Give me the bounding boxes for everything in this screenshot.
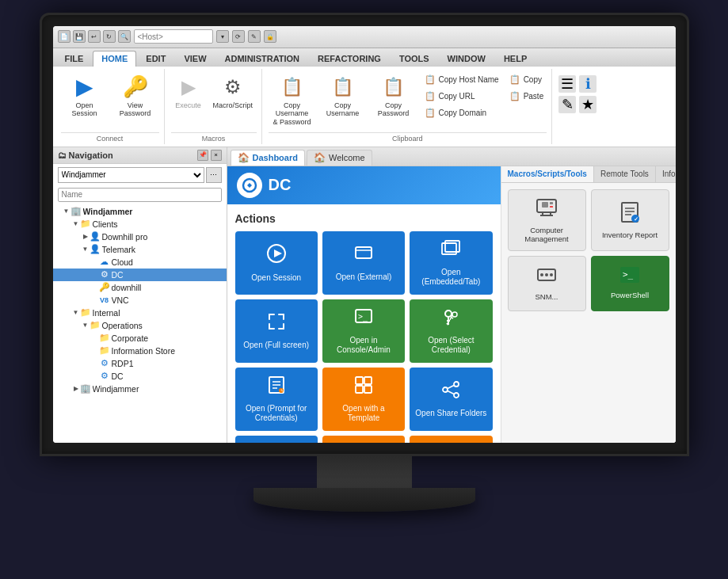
nav-dropdown-btn[interactable]: ⋯ — [206, 167, 222, 183]
svg-line-28 — [448, 385, 454, 388]
tree-item-vnc[interactable]: ▶ V8 VNC — [53, 294, 227, 307]
svg-rect-21 — [356, 377, 363, 384]
action-open-share-folders[interactable]: Open Share Folders — [410, 368, 492, 431]
icon-edit2[interactable]: ✎ — [558, 96, 576, 113]
tab-window[interactable]: WINDOW — [439, 51, 494, 66]
nav-search-input[interactable] — [58, 188, 222, 202]
view-password-label: View Password — [116, 101, 155, 119]
copy-domain-button[interactable]: 📋 Copy Domain — [421, 105, 502, 121]
tab-tools[interactable]: TOOLS — [391, 51, 438, 66]
right-tab-remote-tools[interactable]: Remote Tools — [594, 166, 656, 182]
tree-item-clients[interactable]: ▼ 📁 Clients — [53, 218, 227, 230]
tree-item-dc-internal[interactable]: ▶ ⚙ DC — [53, 370, 227, 383]
view-password-button[interactable]: 🔑 View Password — [112, 72, 159, 121]
tree-label-clients: Clients — [93, 219, 227, 229]
tab-dashboard[interactable]: 🏠 Dashboard — [231, 150, 305, 166]
tree-item-corporate[interactable]: ▶ 📁 Corporate — [53, 332, 227, 345]
tool-inventory-report[interactable]: ✓ Inventory Report — [591, 189, 669, 251]
tree-item-telemark[interactable]: ▼ 👤 Telemark — [53, 243, 227, 256]
tab-help[interactable]: HELP — [495, 51, 536, 66]
tree-item-windjammer-root[interactable]: ▼ 🏢 Windjammer — [53, 205, 227, 218]
tree-arrow-windjammer: ▼ — [63, 208, 71, 215]
copy-button[interactable]: 📋 Copy — [505, 72, 547, 88]
icon-list[interactable]: ☰ — [558, 75, 576, 93]
copy-user-pass-icon: 📋 — [280, 74, 305, 100]
tab-home[interactable]: HOME — [93, 51, 136, 67]
action-open-session[interactable]: Open Session — [235, 231, 318, 295]
tree-item-downhill[interactable]: ▶ 🔑 downhill — [53, 281, 227, 294]
search-icon[interactable]: 🔍 — [118, 30, 131, 43]
edit-icon[interactable]: ✎ — [248, 30, 261, 43]
tree-item-downhill-pro[interactable]: ▶ 👤 Downhill pro — [53, 230, 227, 243]
copy-url-button[interactable]: 📋 Copy URL — [421, 89, 502, 105]
tree-item-dc[interactable]: ▶ ⚙ DC — [53, 269, 227, 281]
doc-icon[interactable]: 📄 — [58, 30, 71, 43]
open-session-icon: ▶ — [72, 74, 97, 100]
action-open-console-admin-icon: >_ — [354, 307, 373, 331]
tab-refactoring[interactable]: REFACTORING — [309, 51, 390, 66]
nav-close-button[interactable]: × — [211, 150, 222, 161]
open-session-button[interactable]: ▶ Open Session — [61, 72, 109, 121]
copy-username-button[interactable]: 📋 Copy Username — [319, 72, 367, 121]
ribbon-small-col-2: 📋 Copy 📋 Paste — [505, 72, 547, 105]
copy-user-pass-button[interactable]: 📋 Copy Username & Password — [269, 72, 316, 129]
icon-star[interactable]: ★ — [579, 96, 597, 113]
action-open-fullscreen[interactable]: Open (Full screen) — [235, 299, 318, 363]
save-icon[interactable]: 💾 — [73, 30, 86, 43]
action-row3-3[interactable] — [410, 436, 492, 443]
tab-welcome[interactable]: 🏠 Welcome — [307, 150, 372, 166]
dropdown-arrow-icon[interactable]: ▾ — [216, 30, 229, 43]
action-row3-1[interactable] — [235, 436, 318, 443]
tool-snmp[interactable]: SNM... — [508, 256, 586, 311]
icon-info[interactable]: ℹ — [579, 75, 597, 93]
tab-dashboard-label: Dashboard — [253, 153, 298, 162]
tree-item-internal[interactable]: ▼ 📁 Internal — [53, 307, 227, 319]
execute-button[interactable]: ▶ Execute — [171, 72, 206, 112]
lock-icon[interactable]: 🔒 — [264, 30, 276, 43]
action-row3-2[interactable] — [322, 436, 405, 443]
ribbon-tabs: FILE HOME EDIT VIEW ADMINISTRATION REFAC… — [53, 48, 676, 66]
copy-url-label: Copy URL — [439, 92, 475, 101]
tree-item-windjammer-child[interactable]: ▶ 🏢 Windjammer — [53, 383, 227, 395]
action-open-console-admin[interactable]: >_ Open in Console/Admin — [322, 299, 405, 363]
tab-administration[interactable]: ADMINISTRATION — [216, 51, 309, 66]
connect-icon[interactable]: ⟳ — [232, 30, 245, 43]
action-open-embedded[interactable]: Open (Embedded/Tab) — [410, 231, 492, 295]
action-open-select-credential[interactable]: Open (Select Credential) — [410, 299, 492, 363]
copy-host-name-button[interactable]: 📋 Copy Host Name — [421, 72, 502, 88]
svg-text:✓: ✓ — [634, 216, 638, 222]
tool-computer-management[interactable]: Computer Management — [508, 189, 586, 251]
dashboard-header: DC — [227, 166, 501, 204]
tab-edit[interactable]: EDIT — [137, 51, 174, 66]
paste-button[interactable]: 📋 Paste — [505, 89, 547, 105]
undo-icon[interactable]: ↩ — [88, 30, 101, 43]
host-input[interactable] — [134, 29, 213, 44]
tree-item-operations[interactable]: ▼ 📁 Operations — [53, 319, 227, 332]
nav-dropdown-select[interactable]: Windjammer — [58, 167, 204, 183]
copy-label: Copy — [524, 75, 542, 84]
right-tab-info[interactable]: Info — [656, 166, 676, 182]
right-tab-macros[interactable]: Macros/Scripts/Tools — [501, 166, 594, 182]
actions-title: Actions — [235, 212, 493, 225]
action-open-with-template[interactable]: Open with a Template — [322, 368, 405, 431]
tab-file[interactable]: FILE — [56, 51, 93, 66]
action-open-prompt-credentials[interactable]: ✎ Open (Prompt for Credentials) — [235, 368, 318, 431]
tree-item-info-store[interactable]: ▶ 📁 Information Store — [53, 345, 227, 357]
nav-pin-button[interactable]: 📌 — [197, 150, 208, 161]
tree-item-rdp1[interactable]: ▶ ⚙ RDP1 — [53, 357, 227, 370]
tab-view[interactable]: VIEW — [175, 51, 215, 66]
dashboard-entry-icon — [237, 173, 262, 198]
action-open-fullscreen-icon — [267, 312, 286, 336]
svg-rect-46 — [550, 206, 553, 208]
nav-dropdown: Windjammer ⋯ — [58, 167, 222, 183]
action-open-external[interactable]: Open (External) — [322, 231, 405, 295]
tool-powershell[interactable]: >_ PowerShell — [591, 256, 669, 311]
tree-item-cloud[interactable]: ▶ ☁ Cloud — [53, 256, 227, 269]
copy-password-button[interactable]: 📋 Copy Password — [370, 72, 417, 121]
tab-welcome-icon: 🏠 — [314, 152, 326, 163]
nav-controls: 📌 × — [197, 150, 222, 161]
macro-script-button[interactable]: ⚙ Macro/Script — [209, 72, 257, 112]
tree-label-info-store: Information Store — [112, 346, 227, 356]
refresh-icon[interactable]: ↻ — [103, 30, 116, 43]
title-bar-icons: 📄 💾 ↩ ↻ 🔍 — [58, 30, 131, 43]
